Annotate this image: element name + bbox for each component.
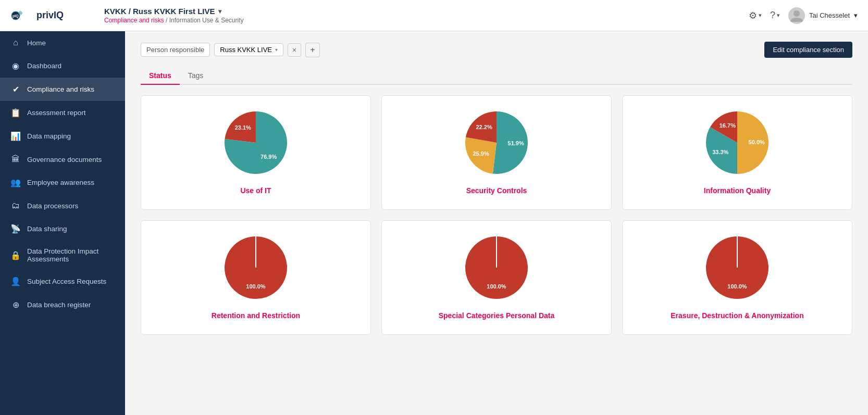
sidebar-label-sharing: Data sharing xyxy=(27,225,67,233)
sidebar-item-employee[interactable]: 👥Employee awareness xyxy=(0,171,125,194)
filter-value: Russ KVKK LIVE ▾ xyxy=(214,43,283,56)
sidebar-item-processors[interactable]: 🗂Data processors xyxy=(0,194,125,217)
sidebar-label-dashboard: Dashboard xyxy=(27,62,61,70)
logo-icon: pIQ xyxy=(10,5,31,26)
tab-tags[interactable]: Tags xyxy=(180,67,212,85)
svg-text:16.7%: 16.7% xyxy=(720,122,736,129)
logo-area: pIQ privIQ xyxy=(10,5,99,26)
filter-bar: Person responsible Russ KVKK LIVE ▾ × + … xyxy=(141,42,852,58)
chart-card-information-quality: 50.0%33.3%16.7%Information Quality xyxy=(622,95,852,210)
layout: ⌂Home◉Dashboard✔Compliance and risks📋Ass… xyxy=(0,31,868,415)
sidebar-label-sar: Subject Access Requests xyxy=(27,278,106,285)
filter-left: Person responsible Russ KVKK LIVE ▾ × + xyxy=(141,43,320,57)
sidebar-label-home: Home xyxy=(27,39,46,47)
pie-chart-erasure: 100.0% xyxy=(701,231,774,304)
help-icon: ? xyxy=(770,10,775,21)
logo-text: privIQ xyxy=(36,10,64,21)
sidebar-icon-dpia: 🔒 xyxy=(10,250,21,260)
project-title: KVKK / Russ KVKK First LIVE ▾ xyxy=(104,7,749,16)
chart-card-use-of-it: 76.9%23.1%Use of IT xyxy=(141,95,371,210)
sidebar-label-breach: Data breach register xyxy=(27,301,91,309)
chart-title-erasure[interactable]: Erasure, Destruction & Anonymization xyxy=(671,311,803,320)
sidebar-label-dpia: Data Protection Impact Assessments xyxy=(27,247,115,263)
svg-text:76.9%: 76.9% xyxy=(261,154,277,160)
sidebar-item-sar[interactable]: 👤Subject Access Requests xyxy=(0,270,125,293)
chart-card-erasure: 100.0%Erasure, Destruction & Anonymizati… xyxy=(622,220,852,335)
svg-point-5 xyxy=(793,10,800,17)
svg-text:50.0%: 50.0% xyxy=(749,139,765,145)
svg-text:23.1%: 23.1% xyxy=(235,124,251,131)
svg-text:100.0%: 100.0% xyxy=(246,283,266,290)
chart-card-security-controls: 51.9%25.9%22.2%Security Controls xyxy=(381,95,612,210)
svg-text:100.0%: 100.0% xyxy=(487,283,506,290)
sidebar-icon-assessment: 📋 xyxy=(10,108,21,118)
svg-text:pIQ: pIQ xyxy=(13,14,19,18)
sidebar-item-dashboard[interactable]: ◉Dashboard xyxy=(0,54,125,78)
sidebar-item-assessment[interactable]: 📋Assessment report xyxy=(0,101,125,124)
user-menu-button[interactable]: Tai Chesselet ▾ xyxy=(788,7,858,24)
sidebar-label-assessment: Assessment report xyxy=(27,109,86,117)
svg-text:100.0%: 100.0% xyxy=(727,283,747,290)
sidebar-label-processors: Data processors xyxy=(27,202,78,210)
sidebar-label-compliance: Compliance and risks xyxy=(27,85,94,93)
chart-title-information-quality[interactable]: Information Quality xyxy=(704,186,771,195)
charts-grid: 76.9%23.1%Use of IT51.9%25.9%22.2%Securi… xyxy=(141,95,852,335)
sidebar-icon-sar: 👤 xyxy=(10,276,21,286)
top-header: pIQ privIQ KVKK / Russ KVKK First LIVE ▾… xyxy=(0,0,868,31)
chart-card-retention: 100.0%Retention and Restriction xyxy=(141,220,371,335)
sidebar-item-sharing[interactable]: 📡Data sharing xyxy=(0,217,125,241)
sidebar-label-data-mapping: Data mapping xyxy=(27,132,71,140)
sidebar-item-data-mapping[interactable]: 📊Data mapping xyxy=(0,124,125,148)
sidebar-item-home[interactable]: ⌂Home xyxy=(0,31,125,54)
sidebar-item-dpia[interactable]: 🔒Data Protection Impact Assessments xyxy=(0,241,125,270)
filter-clear-button[interactable]: × xyxy=(288,43,301,57)
svg-text:33.3%: 33.3% xyxy=(712,149,728,155)
sidebar-icon-breach: ⊕ xyxy=(10,300,21,310)
sidebar-icon-dashboard: ◉ xyxy=(10,61,21,71)
pie-chart-information-quality: 50.0%33.3%16.7% xyxy=(701,106,774,179)
sidebar-icon-compliance: ✔ xyxy=(10,84,21,94)
filter-value-text: Russ KVKK LIVE xyxy=(220,46,272,54)
user-name: Tai Chesselet xyxy=(809,11,850,19)
tab-status[interactable]: Status xyxy=(141,67,180,85)
project-dropdown-arrow[interactable]: ▾ xyxy=(218,8,221,15)
pie-chart-use-of-it: 76.9%23.1% xyxy=(219,106,292,179)
sidebar-label-governance: Governance documents xyxy=(27,156,102,164)
avatar xyxy=(788,7,805,24)
filter-label: Person responsible xyxy=(141,43,210,57)
chart-title-special-categories[interactable]: Special Categories Personal Data xyxy=(439,311,555,320)
filter-add-button[interactable]: + xyxy=(305,43,319,57)
tabs: StatusTags xyxy=(141,67,852,85)
sidebar-item-breach[interactable]: ⊕Data breach register xyxy=(0,293,125,317)
sidebar-icon-data-mapping: 📊 xyxy=(10,131,21,141)
breadcrumb-link[interactable]: Compliance and risks xyxy=(104,17,164,24)
svg-point-4 xyxy=(20,12,21,14)
sidebar-item-compliance[interactable]: ✔Compliance and risks xyxy=(0,78,125,101)
edit-compliance-button[interactable]: Edit compliance section xyxy=(764,42,852,58)
nav-breadcrumb: KVKK / Russ KVKK First LIVE ▾ Compliance… xyxy=(99,7,749,24)
pie-chart-special-categories: 100.0% xyxy=(460,231,533,304)
breadcrumb: Compliance and risks / Information Use &… xyxy=(104,17,749,24)
settings-button[interactable]: ⚙ ▾ xyxy=(749,10,762,21)
chart-title-use-of-it[interactable]: Use of IT xyxy=(240,186,271,195)
svg-text:22.2%: 22.2% xyxy=(476,124,492,130)
svg-text:51.9%: 51.9% xyxy=(508,140,524,146)
sidebar-item-governance[interactable]: 🏛Governance documents xyxy=(0,148,125,171)
user-dropdown-arrow: ▾ xyxy=(854,11,858,19)
sidebar-icon-sharing: 📡 xyxy=(10,224,21,234)
chart-title-retention[interactable]: Retention and Restriction xyxy=(212,311,300,320)
gear-icon: ⚙ xyxy=(749,10,757,21)
header-right: ⚙ ▾ ? ▾ Tai Chesselet ▾ xyxy=(749,7,858,24)
main-content: Person responsible Russ KVKK LIVE ▾ × + … xyxy=(125,31,868,415)
filter-chevron: ▾ xyxy=(275,47,278,53)
sidebar-icon-governance: 🏛 xyxy=(10,155,21,164)
sidebar-label-employee: Employee awareness xyxy=(27,179,94,186)
chart-card-special-categories: 100.0%Special Categories Personal Data xyxy=(381,220,612,335)
sidebar-icon-processors: 🗂 xyxy=(10,201,21,210)
sidebar-icon-employee: 👥 xyxy=(10,178,21,187)
sidebar-icon-home: ⌂ xyxy=(10,38,21,47)
help-button[interactable]: ? ▾ xyxy=(770,10,780,21)
chart-title-security-controls[interactable]: Security Controls xyxy=(466,186,527,195)
pie-chart-security-controls: 51.9%25.9%22.2% xyxy=(460,106,533,179)
svg-text:25.9%: 25.9% xyxy=(473,150,489,157)
